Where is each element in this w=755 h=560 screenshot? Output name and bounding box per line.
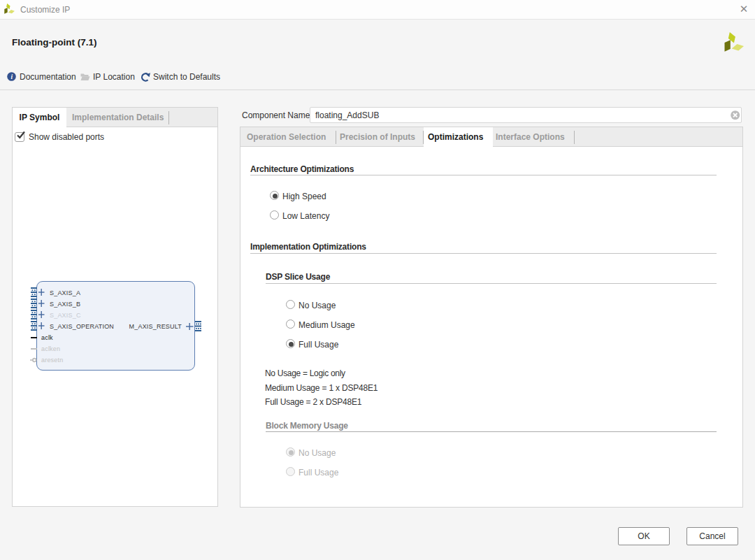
svg-text:i: i xyxy=(10,73,13,80)
